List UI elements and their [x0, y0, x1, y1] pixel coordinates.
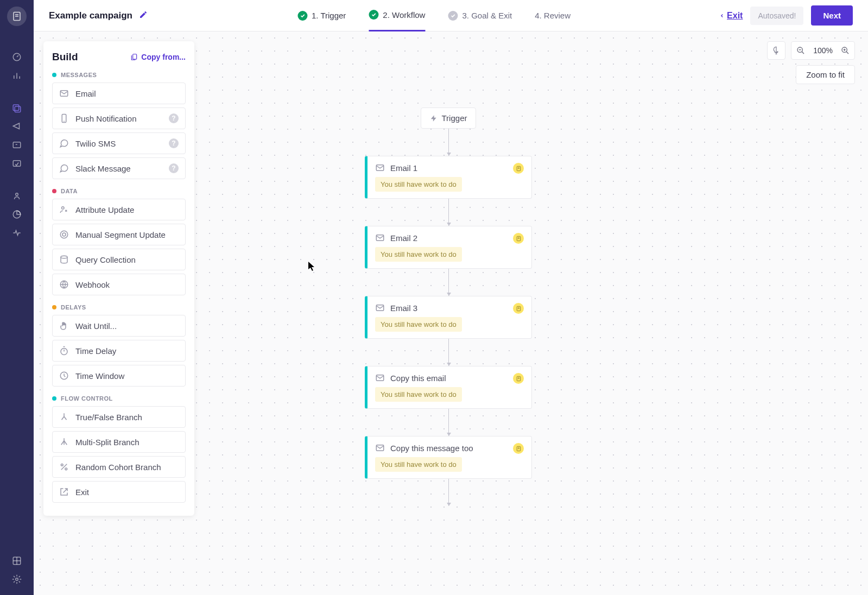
person-icon [59, 205, 69, 214]
idea-button[interactable] [767, 41, 785, 60]
svg-rect-17 [133, 54, 137, 59]
envelope-icon [59, 88, 69, 98]
copy-from-button[interactable]: Copy from... [130, 53, 186, 61]
workflow-node[interactable]: Email 3 You still have work to do [365, 296, 532, 339]
delivery-icon[interactable] [0, 154, 34, 173]
envelope-icon [375, 443, 385, 453]
svg-rect-8 [15, 106, 21, 112]
build-item-attribute[interactable]: Attribute Update [52, 199, 186, 220]
connector [448, 479, 449, 506]
edit-icon[interactable] [139, 10, 148, 21]
check-icon [448, 11, 458, 21]
connector [448, 199, 449, 226]
build-item-tf-branch[interactable]: True/False Branch [52, 406, 186, 428]
check-icon [297, 11, 307, 21]
warning-text: You still have work to do [375, 387, 462, 402]
zoom-value: 100% [810, 46, 836, 55]
build-item-wait[interactable]: Wait Until... [52, 315, 186, 337]
stopwatch-icon [59, 346, 69, 356]
warning-badge-icon [513, 163, 524, 174]
workflow-node[interactable]: Email 2 You still have work to do [365, 226, 532, 269]
people-icon[interactable] [0, 187, 34, 205]
build-item-exit[interactable]: Exit [52, 481, 186, 503]
connector [448, 339, 449, 366]
build-item-window[interactable]: Time Window [52, 365, 186, 387]
trigger-node[interactable]: Trigger [421, 107, 477, 129]
broadcast-icon[interactable] [0, 117, 34, 136]
campaign-title: Example campaign [49, 10, 132, 21]
svg-point-22 [60, 231, 68, 238]
build-panel: Build Copy from... MESSAGES Email Push N… [43, 41, 194, 516]
step-label: 1. Trigger [312, 11, 346, 20]
segments-icon[interactable] [0, 205, 34, 224]
connector [448, 269, 449, 296]
build-item-multi-branch[interactable]: Multi-Split Branch [52, 431, 186, 453]
workflow-node[interactable]: Copy this email You still have work to d… [365, 366, 532, 409]
multi-branch-icon [59, 437, 69, 447]
clock-icon [59, 371, 69, 381]
help-icon[interactable]: ? [169, 138, 179, 148]
dashboard-icon[interactable] [0, 48, 34, 66]
section-delays: DELAYS [52, 304, 186, 311]
svg-line-31 [61, 464, 67, 470]
build-item-query[interactable]: Query Collection [52, 249, 186, 270]
svg-point-32 [61, 464, 63, 466]
svg-point-21 [62, 207, 65, 210]
zoom-fit-button[interactable]: Zoom to fit [796, 65, 855, 84]
workflow-flow: Trigger Email 1 You still have work to d… [365, 107, 532, 506]
step-label: 4. Review [535, 11, 571, 20]
step-goal[interactable]: 3. Goal & Exit [448, 0, 512, 31]
warning-text: You still have work to do [375, 247, 462, 262]
settings-icon[interactable] [0, 570, 34, 588]
section-messages: MESSAGES [52, 72, 186, 78]
transactional-icon[interactable] [0, 136, 34, 154]
app-logo[interactable] [7, 7, 27, 26]
build-item-webhook[interactable]: Webhook [52, 274, 186, 295]
analytics-icon[interactable] [0, 66, 34, 85]
build-item-slack[interactable]: Slack Message ? [52, 157, 186, 179]
workflow-node[interactable]: Email 1 You still have work to do [365, 156, 532, 199]
globe-icon [59, 280, 69, 289]
build-item-sms[interactable]: Twilio SMS ? [52, 132, 186, 154]
build-title: Build [52, 51, 78, 63]
warning-badge-icon [513, 303, 524, 314]
envelope-icon [375, 163, 385, 173]
next-button[interactable]: Next [811, 5, 853, 26]
svg-point-16 [16, 578, 18, 581]
top-bar: Example campaign 1. Trigger 2. Workflow [34, 0, 868, 31]
help-icon[interactable]: ? [169, 163, 179, 173]
envelope-icon [375, 373, 385, 383]
zoom-out-button[interactable] [791, 42, 810, 59]
svg-line-38 [846, 52, 848, 54]
warning-badge-icon [513, 443, 524, 454]
zoom-in-button[interactable] [836, 42, 854, 59]
step-workflow[interactable]: 2. Workflow [369, 0, 425, 31]
build-item-segment[interactable]: Manual Segment Update [52, 224, 186, 245]
warning-text: You still have work to do [375, 457, 462, 472]
percent-icon [59, 462, 69, 472]
svg-point-23 [62, 233, 66, 236]
check-icon [369, 10, 378, 20]
canvas[interactable]: Build Copy from... MESSAGES Email Push N… [34, 31, 868, 595]
warning-badge-icon [513, 373, 524, 384]
campaigns-icon[interactable] [0, 99, 34, 117]
autosaved-badge: Autosaved! [750, 7, 803, 25]
build-item-random-branch[interactable]: Random Cohort Branch [52, 456, 186, 478]
build-item-delay[interactable]: Time Delay [52, 340, 186, 362]
envelope-icon [375, 303, 385, 313]
activity-icon[interactable] [0, 224, 34, 242]
step-label: 2. Workflow [383, 10, 425, 20]
step-trigger[interactable]: 1. Trigger [297, 0, 346, 31]
build-item-push[interactable]: Push Notification ? [52, 107, 186, 129]
bolt-icon [430, 115, 438, 122]
connector [448, 129, 449, 156]
help-icon[interactable]: ? [169, 113, 179, 123]
build-item-email[interactable]: Email [52, 83, 186, 104]
step-review[interactable]: 4. Review [535, 0, 571, 31]
step-label: 3. Goal & Exit [462, 11, 512, 20]
data-icon[interactable] [0, 552, 34, 570]
workflow-node[interactable]: Copy this message too You still have wor… [365, 436, 532, 479]
branch-icon [59, 412, 69, 422]
exit-link[interactable]: Exit [719, 11, 743, 21]
svg-point-33 [65, 468, 67, 470]
